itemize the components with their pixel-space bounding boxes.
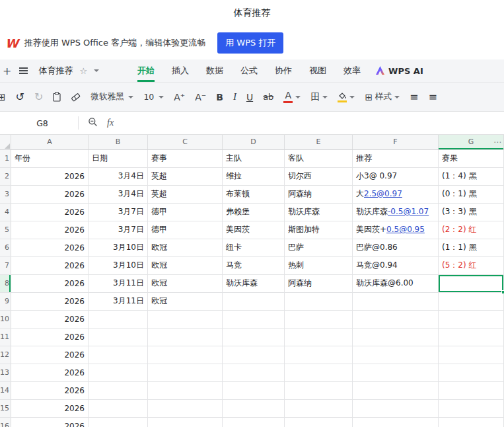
cell-E11[interactable] [285, 328, 353, 346]
cell-A16[interactable]: 2026 [11, 417, 89, 427]
cell-B14[interactable] [89, 381, 148, 399]
decrease-font-button[interactable]: A⁻ [195, 92, 206, 102]
tab-efficiency[interactable]: 效率 [343, 59, 361, 82]
cell-D7[interactable]: 马竞 [223, 256, 285, 274]
cell-E9[interactable] [285, 292, 353, 310]
cell-G4[interactable]: (3：3) 黑 [439, 203, 504, 221]
cell-B16[interactable] [89, 417, 148, 427]
cell-C2[interactable]: 英超 [148, 167, 223, 185]
cell-E5[interactable]: 斯图加特 [285, 221, 353, 239]
cell-F6[interactable]: 巴萨@0.86 [353, 239, 439, 256]
redo-button[interactable]: ↻ [34, 91, 43, 103]
cell-F8[interactable]: 勒沃库森@6.00 [353, 274, 439, 292]
row-header-6[interactable]: 6 [0, 239, 11, 256]
cell-G11[interactable] [439, 328, 504, 346]
cell-B7[interactable]: 3月10日 [89, 256, 148, 274]
cell-E2[interactable]: 切尔西 [285, 167, 353, 185]
column-header-B[interactable]: B [89, 135, 148, 149]
cell-G2[interactable]: (1：4) 黑 [439, 167, 504, 185]
undo-button[interactable]: ↺ [16, 91, 24, 103]
cell-E10[interactable] [285, 310, 353, 328]
column-header-D[interactable]: D [223, 135, 285, 149]
row-header-1[interactable]: 1 [0, 149, 11, 167]
cell-D12[interactable] [223, 346, 285, 364]
cell-D1[interactable]: 主队 [223, 149, 285, 167]
name-box[interactable]: G8 [11, 118, 74, 128]
cell-C9[interactable]: 欧冠 [148, 292, 223, 310]
cell-D4[interactable]: 弗赖堡 [223, 203, 285, 221]
bold-button[interactable]: B [216, 92, 223, 102]
cell-C6[interactable]: 欧冠 [148, 239, 223, 256]
row-header-3[interactable]: 3 [0, 185, 11, 203]
cell-E14[interactable] [285, 381, 353, 399]
row-header-14[interactable]: 14 [0, 381, 11, 399]
cell-B2[interactable]: 3月4日 [89, 167, 148, 185]
cell-G14[interactable] [439, 381, 504, 399]
cell-C5[interactable]: 德甲 [148, 221, 223, 239]
row-header-13[interactable]: 13 [0, 364, 11, 381]
cell-C8[interactable]: 欧冠 [148, 274, 223, 292]
row-header-4[interactable]: 4 [0, 203, 11, 221]
cell-F16[interactable] [353, 417, 439, 427]
cell-A10[interactable]: 2026 [11, 310, 89, 328]
open-in-wps-button[interactable]: 用 WPS 打开 [217, 32, 283, 54]
hamburger-menu-icon[interactable] [19, 70, 28, 71]
cell-B4[interactable]: 3月7日 [89, 203, 148, 221]
tab-collaborate[interactable]: 协作 [275, 59, 292, 82]
cell-B15[interactable] [89, 399, 148, 417]
cell-C10[interactable] [148, 310, 223, 328]
cell-G10[interactable] [439, 310, 504, 328]
cell-E7[interactable]: 热刺 [285, 256, 353, 274]
cell-G3[interactable]: (0：1) 黑 [439, 185, 504, 203]
cell-B10[interactable] [89, 310, 148, 328]
cell-D2[interactable]: 维拉 [223, 167, 285, 185]
cell-F11[interactable] [353, 328, 439, 346]
cell-B13[interactable] [89, 364, 148, 381]
row-header-15[interactable]: 15 [0, 399, 11, 417]
cell-A13[interactable]: 2026 [11, 364, 89, 381]
new-tab-button[interactable]: + [3, 65, 11, 77]
cell-C15[interactable] [148, 399, 223, 417]
column-header-E[interactable]: E [285, 135, 353, 149]
cell-D10[interactable] [223, 310, 285, 328]
column-header-F[interactable]: F [353, 135, 439, 149]
more-columns-button[interactable]: ⋯ [493, 137, 501, 147]
cell-G12[interactable] [439, 346, 504, 364]
tab-insert[interactable]: 插入 [172, 59, 189, 82]
cell-F15[interactable] [353, 399, 439, 417]
row-header-2[interactable]: 2 [0, 167, 11, 185]
cell-G1[interactable]: 赛果 [439, 149, 504, 167]
cell-E12[interactable] [285, 346, 353, 364]
column-header-A[interactable]: A [11, 135, 89, 149]
cell-A15[interactable]: 2026 [11, 399, 89, 417]
cell-F9[interactable] [353, 292, 439, 310]
cell-D11[interactable] [223, 328, 285, 346]
cell-E6[interactable]: 巴萨 [285, 239, 353, 256]
cell-G13[interactable] [439, 364, 504, 381]
increase-font-button[interactable]: A⁺ [174, 92, 185, 102]
tab-data[interactable]: 数据 [206, 59, 223, 82]
cell-D14[interactable] [223, 381, 285, 399]
cell-B12[interactable] [89, 346, 148, 364]
cell-D9[interactable] [223, 292, 285, 310]
fill-color-button[interactable] [338, 92, 355, 102]
cell-A5[interactable]: 2026 [11, 221, 89, 239]
cell-style-button[interactable]: ⊞ 样式 [365, 91, 400, 102]
cell-C1[interactable]: 赛事 [148, 149, 223, 167]
align-center-button[interactable]: ≡ [429, 91, 437, 103]
recommendation-link[interactable]: 0.5@0.95 [386, 225, 425, 234]
cell-B8[interactable]: 3月11日 [89, 274, 148, 292]
row-header-9[interactable]: 9 [0, 292, 11, 310]
font-size-select[interactable]: 10 [143, 92, 164, 102]
row-header-11[interactable]: 11 [0, 328, 11, 346]
cell-E1[interactable]: 客队 [285, 149, 353, 167]
cell-D6[interactable]: 纽卡 [223, 239, 285, 256]
cell-C4[interactable]: 德甲 [148, 203, 223, 221]
cell-E15[interactable] [285, 399, 353, 417]
search-icon[interactable] [88, 117, 98, 130]
cell-F14[interactable] [353, 381, 439, 399]
format-painter-button[interactable] [71, 93, 81, 102]
borders-button[interactable]: 田 [310, 91, 328, 103]
cell-A14[interactable]: 2026 [11, 381, 89, 399]
cell-F4[interactable]: 勒沃库森-0.5@1.07 [353, 203, 439, 221]
